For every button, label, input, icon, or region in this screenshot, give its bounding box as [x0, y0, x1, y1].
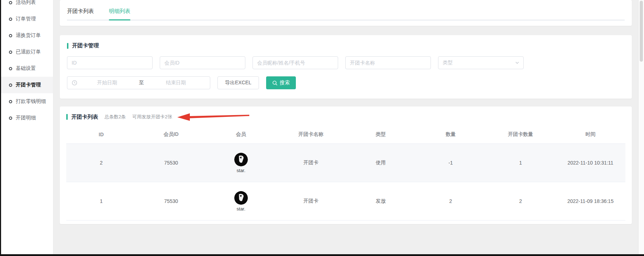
member-name: star.: [237, 206, 246, 212]
sidebar-item-label: 活动列表: [16, 0, 36, 6]
sidebar-item-label: 基础设置: [16, 65, 36, 72]
type-select[interactable]: 类型: [438, 56, 524, 69]
col-id: ID: [66, 126, 136, 144]
accent-bar: [66, 114, 68, 120]
search-button[interactable]: 搜索: [266, 76, 296, 89]
circle-icon: [9, 84, 12, 87]
filter-section-title: 开团卡管理: [67, 42, 625, 49]
date-range-picker[interactable]: 开始日期 至 结束日期: [67, 76, 210, 89]
circle-icon: [9, 51, 12, 54]
sidebar-item-activity-list[interactable]: 活动列表: [1, 0, 53, 11]
red-arrow-annotation: [177, 112, 250, 122]
start-date-placeholder: 开始日期: [77, 80, 137, 86]
cell-id: 2: [66, 144, 136, 182]
table-row: 1 75530 star.: [66, 182, 625, 221]
cell-member: star.: [206, 144, 276, 182]
window-bottom-border: [0, 254, 644, 256]
accent-bar: [67, 43, 68, 49]
tabs-card: 开团卡列表 明细列表: [60, 0, 632, 26]
sidebar-menu: 活动列表 订单管理 退换货订单 已退款订单 基础设置 开团卡管理 打款零钱明细 …: [1, 0, 53, 126]
tab-label: 开团卡列表: [67, 8, 94, 14]
member-name-input[interactable]: [253, 56, 338, 69]
col-member-id: 会员ID: [136, 126, 206, 144]
cell-time: 2022-11-09 18:36:15: [556, 182, 625, 221]
cell-time: 2022-11-10 10:31:11: [556, 144, 625, 182]
sidebar-item-order-management[interactable]: 订单管理: [1, 11, 53, 27]
list-header: 开团卡列表 总条数2条 可用发放开团卡2张: [66, 112, 625, 122]
member-avatar: [234, 191, 248, 205]
circle-icon: [9, 18, 12, 21]
circle-icon: [9, 117, 12, 120]
sidebar-item-label: 开团明细: [16, 115, 36, 121]
tab-label: 明细列表: [109, 8, 130, 14]
tab-nav: 开团卡列表 明细列表: [67, 0, 625, 20]
col-type: 类型: [346, 126, 416, 144]
filter-actions-row: 开始日期 至 结束日期 导出EXCEL 搜索: [67, 76, 625, 89]
tab-card-list[interactable]: 开团卡列表: [67, 6, 94, 20]
filter-inputs-row: 类型: [67, 56, 625, 69]
sidebar: 活动列表 订单管理 退换货订单 已退款订单 基础设置 开团卡管理 打款零钱明细 …: [1, 0, 53, 256]
type-select-placeholder: 类型: [443, 60, 453, 66]
circle-icon: [9, 1, 12, 4]
cell-type: 使用: [346, 144, 416, 182]
vertical-scrollbar[interactable]: [638, 0, 644, 256]
sidebar-item-card-management[interactable]: 开团卡管理: [1, 77, 53, 93]
col-quantity: 数量: [416, 126, 486, 144]
cell-card-name: 开团卡: [276, 182, 346, 221]
id-input[interactable]: [67, 56, 153, 69]
cell-quantity: 2: [416, 182, 486, 221]
list-title-text: 开团卡列表: [71, 114, 98, 120]
cell-member-id: 75530: [136, 144, 206, 182]
list-section-title: 开团卡列表: [66, 114, 98, 120]
sidebar-item-return-orders[interactable]: 退换货订单: [1, 27, 53, 44]
sidebar-item-payment-detail[interactable]: 打款零钱明细: [1, 93, 53, 110]
col-card-quantity: 开团卡数量: [486, 126, 556, 144]
sidebar-item-group-detail[interactable]: 开团明细: [1, 110, 53, 126]
cell-member: star.: [206, 182, 276, 221]
search-icon: [272, 80, 278, 86]
cell-card-name: 开团卡: [276, 144, 346, 182]
main-content: 开团卡列表 明细列表 开团卡管理 类型: [53, 0, 638, 256]
cell-member-id: 75530: [136, 182, 206, 221]
circle-icon: [9, 34, 12, 37]
col-member: 会员: [206, 126, 276, 144]
clock-icon: [72, 80, 77, 86]
cell-id: 1: [66, 182, 136, 221]
search-button-label: 搜索: [280, 80, 290, 86]
sidebar-item-label: 退换货订单: [16, 32, 41, 39]
member-id-input[interactable]: [160, 56, 245, 69]
tab-detail-list[interactable]: 明细列表: [109, 6, 130, 20]
export-excel-button[interactable]: 导出EXCEL: [217, 76, 259, 89]
sidebar-item-label: 已退款订单: [16, 49, 41, 55]
cell-card-quantity: 2: [486, 182, 556, 221]
table-card: 开团卡列表 总条数2条 可用发放开团卡2张 ID 会员ID 会员 开团卡名称 类: [60, 106, 632, 224]
table-header-row: ID 会员ID 会员 开团卡名称 类型 数量 开团卡数量 时间: [66, 126, 625, 144]
scrollbar-thumb[interactable]: [640, 1, 643, 62]
filter-title-text: 开团卡管理: [72, 42, 99, 49]
sidebar-item-label: 打款零钱明细: [16, 98, 46, 105]
col-card-name: 开团卡名称: [276, 126, 346, 144]
cell-type: 发放: [346, 182, 416, 221]
col-time: 时间: [556, 126, 625, 144]
card-detail-table: ID 会员ID 会员 开团卡名称 类型 数量 开团卡数量 时间 2 75530: [66, 126, 625, 221]
sidebar-item-basic-settings[interactable]: 基础设置: [1, 60, 53, 77]
card-name-input[interactable]: [345, 56, 431, 69]
date-separator: 至: [137, 80, 146, 86]
end-date-placeholder: 结束日期: [146, 80, 206, 86]
filter-card: 开团卡管理 类型 开始日期 至 结束日期 导出EXCEL: [60, 35, 632, 99]
table-row: 2 75530 star.: [66, 144, 625, 182]
cell-quantity: -1: [416, 144, 486, 182]
member-name: star.: [237, 168, 246, 173]
total-count-text: 总条数2条: [105, 114, 126, 120]
member-avatar: [234, 153, 248, 166]
sidebar-item-label: 开团卡管理: [16, 82, 41, 88]
sidebar-item-refunded-orders[interactable]: 已退款订单: [1, 44, 53, 60]
app-window: 活动列表 订单管理 退换货订单 已退款订单 基础设置 开团卡管理 打款零钱明细 …: [0, 0, 644, 256]
circle-icon: [9, 67, 12, 70]
cell-card-quantity: 1: [486, 144, 556, 182]
chevron-down-icon: [515, 60, 520, 65]
sidebar-item-label: 订单管理: [16, 16, 36, 22]
circle-icon: [9, 100, 12, 103]
available-count-text: 可用发放开团卡2张: [132, 114, 172, 120]
